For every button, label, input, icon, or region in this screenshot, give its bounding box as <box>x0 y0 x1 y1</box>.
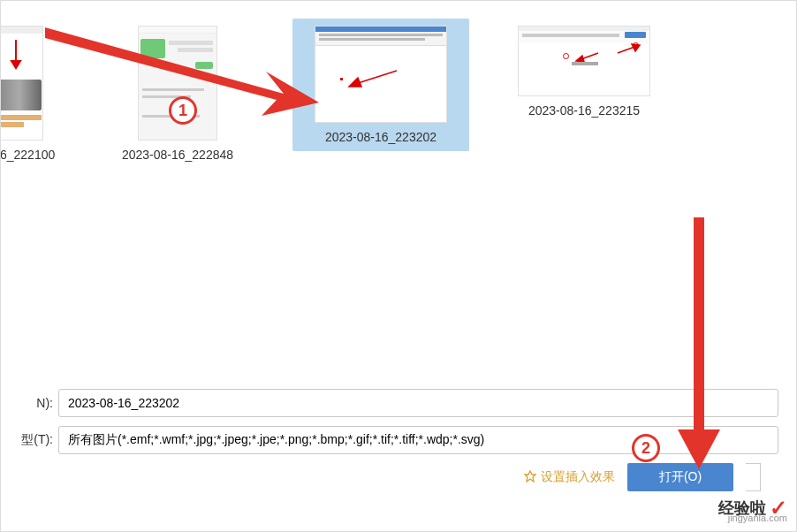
open-button[interactable]: 打开(O) <box>627 463 733 491</box>
annotation-badge-2: 2 <box>632 434 660 462</box>
file-label: 3-16_222100 <box>0 148 55 162</box>
file-item[interactable]: 2023-08-16_222848 <box>89 19 266 169</box>
annotation-badge-1: 1 <box>169 96 197 125</box>
file-thumbnail <box>0 26 43 141</box>
filetype-select[interactable] <box>58 426 778 454</box>
watermark-url: jingyanla.com <box>728 513 787 523</box>
dropdown-button[interactable] <box>746 463 761 491</box>
gear-icon <box>523 470 537 484</box>
file-item[interactable]: 2023-08-16_223215 <box>496 19 672 125</box>
file-thumbnail <box>315 26 447 123</box>
watermark: 经验啦 ✓ jingyanla.com <box>718 496 787 521</box>
filename-input[interactable] <box>58 389 778 417</box>
file-label: 2023-08-16_222848 <box>122 148 233 162</box>
file-label: 2023-08-16_223215 <box>528 103 640 118</box>
insert-effect-link[interactable]: 设置插入效果 <box>523 469 615 485</box>
file-thumbnail <box>518 26 650 96</box>
file-item-selected[interactable]: 2023-08-16_223202 <box>292 19 469 151</box>
arrow-icon <box>616 42 642 55</box>
filename-label: N): <box>10 396 58 410</box>
file-grid: 3-16_222100 2023-08-16_222848 2023-08- <box>1 1 796 169</box>
filetype-label: 型(T): <box>10 432 58 448</box>
file-item[interactable]: 3-16_222100 <box>0 19 63 169</box>
svg-marker-0 <box>525 471 535 482</box>
insert-effect-label: 设置插入效果 <box>541 469 615 485</box>
dialog-footer: N): 型(T): 设置插入效果 打开(O) <box>1 380 796 500</box>
arrow-icon <box>10 40 22 77</box>
arrow-icon <box>345 69 398 90</box>
file-label: 2023-08-16_223202 <box>325 130 436 144</box>
